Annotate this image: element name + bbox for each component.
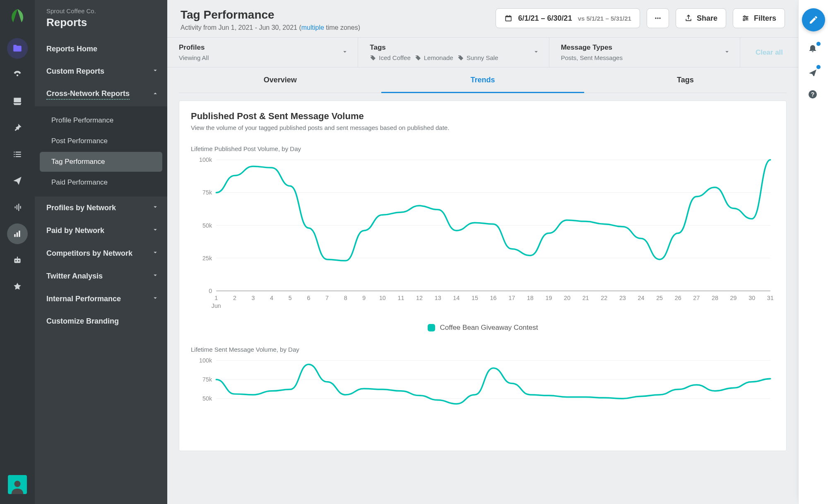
- svg-text:19: 19: [545, 295, 552, 301]
- filter-message-types[interactable]: Message Types Posts, Sent Messages: [549, 38, 740, 67]
- svg-text:17: 17: [508, 295, 515, 301]
- svg-point-7: [744, 16, 745, 17]
- chevron-down-icon: [723, 48, 731, 57]
- nav-dashboard-icon[interactable]: [7, 65, 28, 85]
- nav-audio-icon[interactable]: [7, 197, 28, 218]
- svg-text:Jun: Jun: [212, 302, 221, 309]
- nav-pin-icon[interactable]: [7, 118, 28, 138]
- nav-folder-icon[interactable]: [7, 38, 28, 59]
- company-name: Sprout Coffee Co.: [35, 7, 167, 14]
- svg-text:9: 9: [362, 295, 366, 301]
- volume-card: Published Post & Sent Message Volume Vie…: [179, 101, 787, 451]
- tab-overview[interactable]: Overview: [179, 67, 381, 93]
- chevron-down-icon: [152, 249, 159, 258]
- chevron-down-icon: [152, 67, 159, 76]
- legend-label: Coffee Bean Giveaway Contest: [440, 324, 538, 332]
- more-menu-button[interactable]: [647, 8, 669, 28]
- share-icon: [684, 14, 693, 22]
- notification-dot: [816, 65, 821, 69]
- svg-text:?: ?: [811, 91, 814, 98]
- sidebar-internal-performance[interactable]: Internal Performance: [35, 288, 167, 310]
- svg-text:50k: 50k: [202, 222, 212, 229]
- section-title: Reports: [35, 14, 167, 38]
- date-range-picker[interactable]: 6/1/21 – 6/30/21 vs 5/1/21 – 5/31/21: [496, 8, 640, 28]
- user-avatar[interactable]: [8, 475, 27, 494]
- svg-text:8: 8: [344, 295, 347, 301]
- svg-text:100k: 100k: [199, 156, 212, 163]
- sidebar-item-tag-performance[interactable]: Tag Performance: [40, 152, 162, 172]
- filters-button[interactable]: Filters: [733, 8, 785, 28]
- chevron-down-icon: [152, 203, 159, 213]
- chevron-down-icon: [152, 294, 159, 304]
- ellipsis-icon: [654, 14, 662, 22]
- sidebar-item-profile-performance[interactable]: Profile Performance: [40, 110, 162, 130]
- svg-text:4: 4: [270, 295, 273, 301]
- svg-rect-0: [14, 259, 20, 263]
- svg-point-2: [18, 260, 19, 261]
- nav-reports-icon[interactable]: [7, 223, 28, 244]
- sidebar-profiles-by-network[interactable]: Profiles by Network: [35, 197, 167, 219]
- sidebar-item-paid-performance[interactable]: Paid Performance: [40, 173, 162, 192]
- svg-point-8: [746, 17, 747, 19]
- notifications-icon[interactable]: [808, 43, 819, 55]
- sidebar-cross-network[interactable]: Cross-Network Reports: [35, 83, 167, 106]
- svg-text:26: 26: [675, 295, 681, 301]
- tag-icon: [415, 55, 421, 61]
- chart1: 025k50k75k100k12345678910111213141516171…: [191, 156, 775, 312]
- timezone-link[interactable]: multiple: [301, 24, 324, 31]
- chevron-down-icon: [152, 226, 159, 235]
- svg-text:3: 3: [252, 295, 255, 301]
- chevron-down-icon: [152, 271, 159, 281]
- feedback-icon[interactable]: [808, 66, 819, 78]
- svg-text:21: 21: [582, 295, 589, 301]
- svg-text:23: 23: [619, 295, 626, 301]
- page-title: Tag Performance: [181, 8, 360, 22]
- clear-all-button[interactable]: Clear all: [740, 38, 798, 67]
- svg-text:12: 12: [416, 295, 423, 301]
- chart2-title: Lifetime Sent Message Volume, by Day: [191, 346, 775, 353]
- sidebar-competitors-by-network[interactable]: Competitors by Network: [35, 242, 167, 265]
- app-logo[interactable]: [7, 7, 27, 26]
- sliders-icon: [741, 14, 750, 22]
- svg-text:100k: 100k: [199, 357, 212, 364]
- svg-point-9: [743, 19, 744, 21]
- sidebar-customize-branding[interactable]: Customize Branding: [35, 310, 167, 332]
- nav-list-icon[interactable]: [7, 144, 28, 165]
- svg-text:14: 14: [453, 295, 460, 301]
- nav-send-icon[interactable]: [7, 170, 28, 191]
- svg-text:16: 16: [490, 295, 497, 301]
- chart2: 50k75k100k: [191, 356, 775, 441]
- nav-inbox-icon[interactable]: [7, 91, 28, 112]
- nav-star-icon[interactable]: [7, 276, 28, 297]
- svg-text:25k: 25k: [202, 255, 212, 262]
- svg-text:27: 27: [693, 295, 700, 301]
- svg-text:22: 22: [601, 295, 607, 301]
- help-icon[interactable]: ?: [808, 89, 819, 101]
- share-button[interactable]: Share: [676, 8, 726, 28]
- svg-text:13: 13: [435, 295, 441, 301]
- nav-bot-icon[interactable]: [7, 250, 28, 271]
- svg-point-5: [657, 17, 658, 19]
- tab-tags[interactable]: Tags: [584, 67, 787, 93]
- svg-text:18: 18: [527, 295, 534, 301]
- filter-tags[interactable]: Tags Iced Coffee Lemonade Sunny Sale: [358, 38, 549, 67]
- sidebar-twitter-analysis[interactable]: Twitter Analysis: [35, 265, 167, 288]
- tag-icon: [370, 55, 376, 61]
- svg-text:7: 7: [325, 295, 329, 301]
- notification-dot: [816, 42, 821, 46]
- svg-point-6: [659, 17, 660, 19]
- card-subtitle: View the volume of your tagged published…: [191, 124, 775, 131]
- svg-text:20: 20: [564, 295, 570, 301]
- sidebar-reports-home[interactable]: Reports Home: [35, 38, 167, 60]
- filter-profiles[interactable]: Profiles Viewing All: [167, 38, 358, 67]
- sidebar-custom-reports[interactable]: Custom Reports: [35, 60, 167, 83]
- compose-button[interactable]: [802, 8, 825, 31]
- svg-text:75k: 75k: [202, 190, 212, 196]
- svg-point-3: [14, 481, 20, 487]
- chevron-down-icon: [532, 48, 540, 57]
- sidebar-paid-by-network[interactable]: Paid by Network: [35, 219, 167, 242]
- svg-text:6: 6: [307, 295, 310, 301]
- card-title: Published Post & Sent Message Volume: [191, 111, 775, 122]
- sidebar-item-post-performance[interactable]: Post Performance: [40, 131, 162, 151]
- tab-trends[interactable]: Trends: [381, 67, 584, 93]
